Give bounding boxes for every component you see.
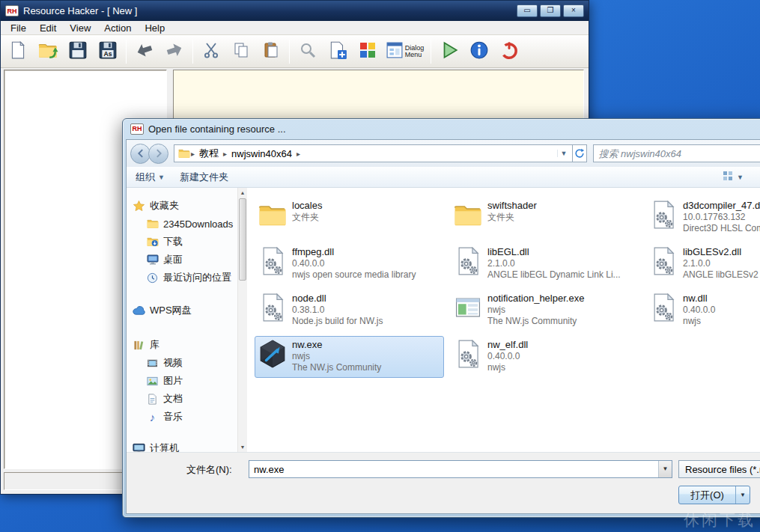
breadcrumb-segment-2[interactable]: nwjswin40x64 (228, 148, 296, 159)
scroll-down-arrow[interactable]: ▼ (238, 442, 247, 452)
menu-file[interactable]: File (4, 21, 33, 35)
sidebar-item-downloads[interactable]: 下载 (127, 233, 237, 251)
sidebar-item-pictures[interactable]: 图片 (127, 372, 237, 390)
address-bar[interactable]: ▸ 教程 ▸ nwjswin40x64 ▸ ▼ (174, 144, 573, 162)
chevron-down-icon: ▼ (158, 174, 165, 181)
copy-button[interactable] (227, 37, 255, 66)
toolbar-separator (126, 40, 127, 64)
dialog-menu-label-2: Menu (405, 51, 422, 58)
cut-icon (202, 41, 220, 61)
paste-icon (262, 41, 280, 61)
file-tile-notification-helper[interactable]: notification_helper.exenwjsThe NW.js Com… (450, 290, 639, 331)
sidebar-item-wps-cloud[interactable]: WPS网盘 (127, 302, 237, 319)
chevron-right-icon: ▸ (222, 150, 228, 158)
sidebar-item-2345downloads[interactable]: 2345Downloads (127, 215, 237, 233)
menu-view[interactable]: View (63, 21, 97, 35)
exit-button[interactable] (495, 37, 523, 66)
dialog-content: 收藏夹 2345Downloads 下载 桌面 最近访问的位置 WPS网盘 库 … (127, 188, 760, 453)
menu-action[interactable]: Action (97, 21, 138, 35)
sidebar-item-recent-places[interactable]: 最近访问的位置 (127, 269, 237, 287)
open-file-button[interactable] (34, 37, 62, 66)
sidebar-item-libraries[interactable]: 库 (127, 336, 237, 354)
sidebar-scrollbar[interactable]: ▲ ▼ (237, 188, 247, 452)
file-tile-d3dcompiler[interactable]: d3dcompiler_47.dll10.0.17763.132Direct3D… (645, 197, 760, 239)
close-button[interactable]: × (563, 4, 584, 17)
paste-button[interactable] (257, 37, 285, 66)
new-file-button[interactable] (4, 37, 32, 66)
svg-text:As: As (103, 50, 112, 58)
toolbar-separator (192, 40, 193, 64)
refresh-button[interactable] (573, 144, 587, 162)
image-resources-icon (359, 41, 377, 61)
breadcrumb-segment-1[interactable]: 教程 (195, 147, 222, 160)
file-tile-nw-exe-selected[interactable]: nw.exenwjsThe NW.js Community (255, 336, 444, 378)
script-arrow-button[interactable] (160, 37, 189, 66)
app-window-icon (454, 293, 482, 322)
filename-combobox[interactable]: ▼ (249, 460, 672, 478)
document-icon (146, 393, 159, 406)
folder-icon (454, 201, 482, 229)
menu-help[interactable]: Help (138, 21, 171, 35)
save-button[interactable] (64, 37, 92, 66)
maximize-button[interactable]: ❐ (540, 4, 561, 17)
change-view-button[interactable] (723, 171, 735, 183)
title-bar[interactable]: RH Resource Hacker - [ New ] ▭ ❐ × (1, 1, 589, 21)
sidebar-item-music[interactable]: ♪音乐 (127, 408, 237, 426)
find-button[interactable] (294, 37, 322, 66)
file-tile-libglesv2[interactable]: libGLESv2.dll2.1.0.0ANGLE libGLESv2 D (645, 243, 760, 285)
sidebar-item-computer[interactable]: 计算机 (127, 439, 237, 452)
new-folder-button[interactable]: 新建文件夹 (180, 171, 228, 184)
undo-arrow-button[interactable] (130, 37, 159, 66)
file-tile-nw-elf[interactable]: nw_elf.dll0.40.0.0nwjs (450, 336, 639, 378)
filetype-combobox[interactable]: Resource files (*.r (678, 460, 760, 478)
back-button[interactable] (130, 144, 151, 164)
dll-file-icon (649, 293, 678, 322)
file-tile-locales[interactable]: locales文件夹 (255, 197, 444, 239)
sidebar-item-documents[interactable]: 文档 (127, 390, 237, 408)
filename-dropdown-arrow[interactable]: ▼ (658, 461, 672, 477)
file-tile-nw-dll[interactable]: nw.dll0.40.0.0nwjs (645, 290, 760, 331)
save-as-icon: As (98, 40, 118, 62)
save-as-button[interactable]: As (94, 37, 122, 66)
file-tile-libegl[interactable]: libEGL.dll2.1.0.0ANGLE libEGL Dynamic Li… (450, 243, 639, 285)
info-icon (469, 40, 489, 62)
search-input[interactable] (598, 148, 760, 159)
search-box[interactable] (593, 144, 760, 162)
cut-button[interactable] (197, 37, 225, 66)
scrollbar-thumb[interactable] (239, 198, 246, 281)
sidebar-item-videos[interactable]: 视频 (127, 354, 237, 372)
app-icon: RH (5, 5, 19, 16)
filename-input[interactable] (249, 461, 658, 477)
image-resources-button[interactable] (353, 37, 382, 66)
address-dropdown-arrow[interactable]: ▼ (557, 150, 569, 157)
organize-button[interactable]: 组织▼ (136, 171, 165, 184)
info-button[interactable] (465, 37, 493, 66)
file-list: locales文件夹 swiftshader文件夹 d3dcompiler_47… (247, 188, 760, 452)
dialog-title-bar[interactable]: RH Open file containing resource ... (123, 119, 760, 138)
save-icon (68, 40, 88, 62)
forward-button[interactable] (148, 144, 168, 164)
filename-label: 文件名(N): (186, 463, 232, 477)
dialog-menu-button[interactable]: DialogMenu (383, 37, 427, 66)
open-dropdown-arrow[interactable]: ▼ (735, 486, 750, 504)
dll-file-icon (649, 247, 678, 275)
add-resource-icon (328, 40, 347, 62)
scroll-up-arrow[interactable]: ▲ (238, 188, 247, 198)
window-title: Resource Hacker - [ New ] (23, 5, 137, 16)
sidebar-item-desktop[interactable]: 桌面 (127, 251, 237, 269)
minimize-button[interactable]: ▭ (517, 4, 538, 17)
find-icon (299, 41, 317, 61)
file-tile-ffmpeg[interactable]: ffmpeg.dll0.40.0.0nwjs open source media… (255, 243, 444, 285)
add-resource-button[interactable] (323, 37, 352, 66)
menu-edit[interactable]: Edit (33, 21, 63, 35)
folder-icon (258, 201, 287, 229)
chevron-right-icon: ▸ (296, 150, 301, 158)
file-tile-node[interactable]: node.dll0.38.1.0Node.js build for NW.js (255, 290, 444, 331)
open-button[interactable]: 打开(O) ▼ (678, 486, 750, 504)
desktop-icon (146, 254, 159, 266)
run-button[interactable] (435, 37, 463, 66)
sidebar-item-favorites[interactable]: 收藏夹 (127, 197, 237, 215)
chevron-down-icon: ▼ (737, 174, 744, 181)
file-tile-swiftshader[interactable]: swiftshader文件夹 (450, 197, 639, 239)
cloud-icon (133, 305, 145, 317)
